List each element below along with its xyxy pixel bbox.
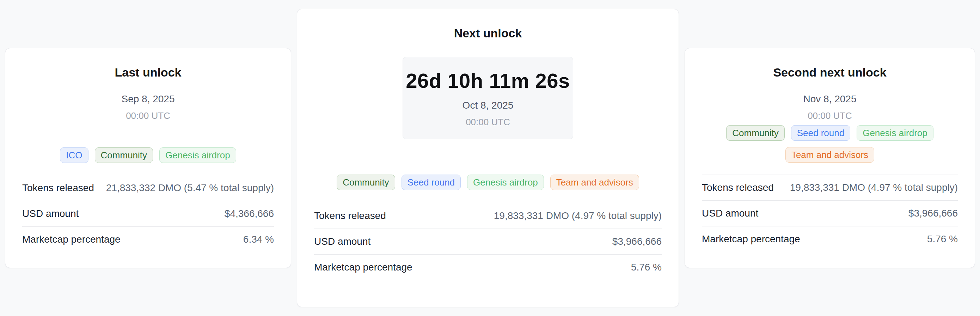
row-value: 6.34 % (243, 234, 274, 245)
tag-ico: ICO (60, 147, 88, 163)
row-value: 19,833,331 DMO (4.97 % total supply) (494, 210, 662, 222)
table-row-tokens-released: Tokens released 21,833,332 DMO (5.47 % t… (22, 175, 274, 201)
unlock-time-utc: 00:00 UTC (126, 110, 170, 121)
table-row-marketcap-percentage: Marketcap percentage 5.76 % (702, 226, 958, 252)
countdown-box: 26d 10h 11m 26s Oct 8, 2025 00:00 UTC (402, 57, 573, 139)
unlock-date: Sep 8, 2025 (121, 93, 175, 105)
table-row-tokens-released: Tokens released 19,833,331 DMO (4.97 % t… (702, 175, 958, 200)
row-label: Marketcap percentage (314, 262, 412, 273)
row-value: 21,833,332 DMO (5.47 % total supply) (106, 182, 274, 194)
card-title: Last unlock (115, 65, 181, 80)
tag-seed-round: Seed round (791, 125, 850, 141)
unlock-stats-table: Tokens released 21,833,332 DMO (5.47 % t… (22, 175, 274, 252)
tag-seed-round: Seed round (401, 175, 461, 190)
unlock-time-utc: 00:00 UTC (403, 117, 573, 128)
unlock-time-utc: 00:00 UTC (808, 110, 852, 121)
row-label: Marketcap percentage (702, 233, 800, 245)
row-label: USD amount (702, 208, 758, 219)
second-next-unlock-card: Second next unlock Nov 8, 2025 00:00 UTC… (684, 48, 975, 268)
tag-community: Community (726, 125, 784, 141)
row-value: $4,366,666 (224, 208, 274, 219)
table-row-usd-amount: USD amount $3,966,666 (314, 228, 662, 254)
row-label: USD amount (314, 236, 371, 247)
unlock-stats-table: Tokens released 19,833,331 DMO (4.97 % t… (314, 203, 662, 280)
tag-team-and-advisors: Team and advisors (786, 147, 874, 163)
row-label: USD amount (22, 208, 79, 219)
unlock-dashboard: Last unlock Sep 8, 2025 00:00 UTC ICO Co… (0, 0, 980, 316)
tag-genesis-airdrop: Genesis airdrop (857, 125, 934, 141)
last-unlock-card: Last unlock Sep 8, 2025 00:00 UTC ICO Co… (5, 48, 291, 268)
allocation-tags: Community Seed round Genesis airdrop Tea… (314, 175, 662, 190)
tag-team-and-advisors: Team and advisors (550, 175, 639, 190)
tag-genesis-airdrop: Genesis airdrop (159, 147, 236, 163)
unlock-stats-table: Tokens released 19,833,331 DMO (4.97 % t… (702, 175, 958, 252)
row-value: $3,966,666 (612, 236, 662, 247)
table-row-usd-amount: USD amount $3,966,666 (702, 200, 958, 226)
table-row-marketcap-percentage: Marketcap percentage 6.34 % (22, 227, 274, 252)
table-row-tokens-released: Tokens released 19,833,331 DMO (4.97 % t… (314, 203, 662, 228)
row-label: Marketcap percentage (22, 234, 121, 245)
next-unlock-card: Next unlock 26d 10h 11m 26s Oct 8, 2025 … (297, 9, 679, 307)
table-row-usd-amount: USD amount $4,366,666 (22, 201, 274, 227)
allocation-tags: ICO Community Genesis airdrop (22, 147, 274, 163)
row-value: $3,966,666 (908, 208, 958, 219)
tag-community: Community (337, 175, 395, 190)
card-title: Next unlock (454, 26, 522, 41)
table-row-marketcap-percentage: Marketcap percentage 5.76 % (314, 254, 662, 280)
allocation-tags: Community Seed round Genesis airdrop Tea… (702, 125, 958, 163)
row-label: Tokens released (22, 182, 94, 194)
row-value: 5.76 % (631, 262, 662, 273)
unlock-date: Oct 8, 2025 (403, 99, 573, 112)
unlock-date: Nov 8, 2025 (803, 93, 857, 105)
row-value: 19,833,331 DMO (4.97 % total supply) (790, 182, 958, 193)
tag-genesis-airdrop: Genesis airdrop (467, 175, 544, 190)
countdown-timer: 26d 10h 11m 26s (403, 69, 573, 93)
row-label: Tokens released (702, 182, 774, 193)
row-label: Tokens released (314, 210, 386, 222)
row-value: 5.76 % (927, 233, 958, 245)
card-title: Second next unlock (773, 65, 886, 80)
tag-community: Community (95, 147, 153, 163)
